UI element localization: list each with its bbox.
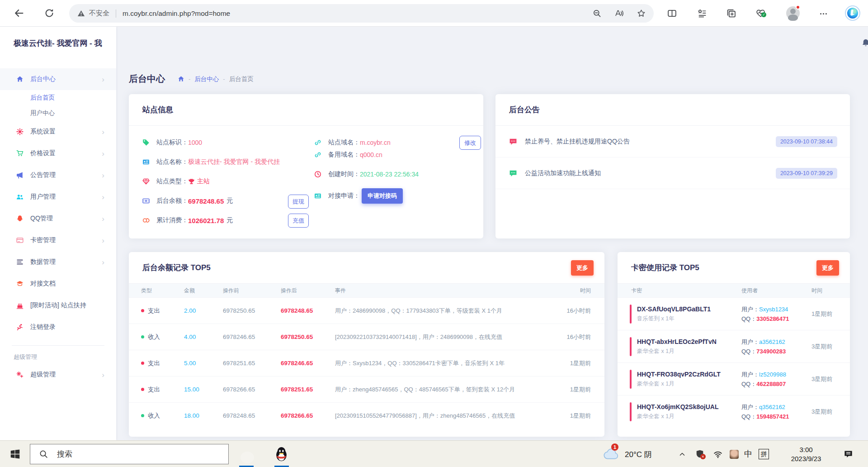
qq-taskbar-icon[interactable] xyxy=(274,446,289,464)
row-type: 收入 xyxy=(148,333,160,341)
announcement-row[interactable]: 公益活动加速功能上线通知 2023-09-10 07:39:29 xyxy=(495,157,850,189)
balance-table-row[interactable]: 支出 5.00 6978251.65 6978246.65 用户：Sxysb12… xyxy=(129,350,604,376)
balance-table-row[interactable]: 收入 18.00 6978248.65 6978266.65 [20230915… xyxy=(129,402,604,429)
sidebar-item-announcement-mgmt[interactable]: 公告管理 › xyxy=(0,164,116,186)
ime-mode-indicator[interactable]: 拼 xyxy=(759,449,769,459)
user-value: Sxysb1234 xyxy=(759,306,788,313)
sidebar-item-label: 对接文档 xyxy=(30,280,104,288)
row-accent-bar xyxy=(630,305,632,324)
breadcrumb-home-icon[interactable] xyxy=(178,76,184,82)
search-input[interactable] xyxy=(57,450,193,459)
tray-app-avatar-icon[interactable] xyxy=(730,450,739,459)
sidebar-item-label: 注销登录 xyxy=(30,323,104,331)
breadcrumb-separator: - xyxy=(189,76,190,82)
col-event: 事件 xyxy=(335,287,555,295)
cardkey-records-title: 卡密使用记录 TOP5 xyxy=(631,262,816,273)
clock-time: 3:00 xyxy=(778,445,834,454)
defender-shield-icon[interactable]: × xyxy=(695,449,704,458)
apply-api-code-button[interactable]: 申请对接码 xyxy=(362,188,403,204)
recharge-button[interactable]: 充值 xyxy=(288,214,309,228)
split-screen-icon[interactable] xyxy=(667,9,677,18)
sidebar-item-system-settings[interactable]: 系统设置 › xyxy=(0,121,116,143)
cardkey-row[interactable]: HHQT-abxHrLEOc2ePfTvN 豪华全套 x 1月 用户：a3562… xyxy=(618,330,850,362)
weather-text[interactable]: 20°C 阴 xyxy=(625,449,652,460)
row-before: 6978248.65 xyxy=(223,412,281,419)
withdraw-button[interactable]: 提现 xyxy=(288,195,309,209)
language-indicator[interactable]: 中 xyxy=(744,448,752,459)
cardkey-row[interactable]: HHQT-Xo6jmKQ2Sk8ojUAL 豪华全套 x 1月 用户：q3562… xyxy=(618,395,850,428)
collections-icon[interactable] xyxy=(726,9,736,18)
sidebar: 极速云代挂- 我爱官网 - 我 后台中心 › 后台首页 用户中心 系统设置 › … xyxy=(0,27,116,440)
breadcrumb-link[interactable]: 后台中心 xyxy=(194,75,219,83)
taskbar-clock[interactable]: 3:00 2023/9/23 xyxy=(778,445,834,463)
sidebar-section-label: 超级管理 xyxy=(0,348,116,364)
sidebar-item-label: 用户管理 xyxy=(30,193,102,201)
balance-table-row[interactable]: 收入 4.00 6978246.65 6978250.65 [202309221… xyxy=(129,324,604,350)
favorites-hub-icon[interactable] xyxy=(697,9,707,18)
browser-menu-icon[interactable] xyxy=(819,10,828,18)
bing-chat-icon[interactable] xyxy=(845,5,860,21)
cart-icon xyxy=(16,150,24,157)
refresh-icon[interactable] xyxy=(44,8,54,18)
cardkey-more-button[interactable]: 更多 xyxy=(816,260,839,276)
type-dot xyxy=(141,309,144,312)
cardkey-table-header: 卡密 使用者 时间 xyxy=(618,284,850,297)
balance-table-row[interactable]: 支出 15.00 6978266.65 6978251.65 用户：zheng4… xyxy=(129,376,604,402)
sidebar-item-docs[interactable]: 对接文档 xyxy=(0,273,116,295)
created-value: 2021-08-23 22:56:34 xyxy=(360,171,419,178)
defender-alert-badge: × xyxy=(700,454,706,459)
not-secure-warning-icon xyxy=(77,10,85,17)
sidebar-item-price-settings[interactable]: 价格设置 › xyxy=(0,143,116,164)
site-info-title: 站点信息 xyxy=(142,105,472,115)
wifi-icon[interactable] xyxy=(713,450,722,459)
coins-icon xyxy=(142,217,150,224)
sidebar-item-super-admin[interactable]: 超级管理 › xyxy=(0,364,116,386)
notifications-bell-icon[interactable] xyxy=(861,38,868,48)
qq-icon xyxy=(16,215,24,222)
link-icon xyxy=(314,151,321,158)
taskbar-search-box[interactable] xyxy=(30,444,229,464)
balance-table-header: 类型 金额 操作前 操作后 事件 时间 xyxy=(129,284,604,297)
url-text[interactable]: m.coybr.cn/admin.php?mod=home xyxy=(123,10,230,18)
zoom-out-icon[interactable] xyxy=(593,9,601,18)
domain-label: 站点域名： xyxy=(328,138,360,147)
sidebar-item-logout[interactable]: 注销登录 xyxy=(0,316,116,338)
sidebar-item-dashboard-home[interactable]: 后台首页 xyxy=(0,90,116,105)
row-time: 16小时前 xyxy=(555,333,604,341)
row-amount: 18.00 xyxy=(184,412,223,419)
action-center-icon[interactable] xyxy=(844,449,853,459)
qq-value: 734900283 xyxy=(756,348,786,355)
sidebar-item-dashboard[interactable]: 后台中心 › xyxy=(0,68,116,90)
created-label: 创建时间： xyxy=(328,170,360,178)
weather-widget[interactable]: 1 xyxy=(603,446,618,462)
read-aloud-icon[interactable] xyxy=(615,9,623,18)
tray-expand-icon[interactable] xyxy=(679,451,685,457)
sidebar-subitem-label: 用户中心 xyxy=(30,109,55,117)
row-amount: 4.00 xyxy=(184,334,223,340)
col-time: 时间 xyxy=(555,287,604,295)
modify-button[interactable]: 修改 xyxy=(459,136,481,150)
sidebar-item-user-center[interactable]: 用户中心 xyxy=(0,105,116,121)
balance-more-button[interactable]: 更多 xyxy=(571,260,594,276)
sidebar-item-label: 超级管理 xyxy=(30,371,102,379)
balance-value: 6978248.65 xyxy=(188,197,224,205)
sidebar-item-qq-mgmt[interactable]: QQ管理 › xyxy=(0,208,116,229)
sidebar-item-event-support[interactable]: [限时活动] 站点扶持 xyxy=(0,295,116,316)
start-button-icon[interactable] xyxy=(10,449,20,459)
site-logo[interactable]: 极速云代挂- 我爱官网 - 我 xyxy=(14,38,115,48)
balance-table-row[interactable]: 支出 2.00 6978250.65 6978248.65 用户：2486990… xyxy=(129,297,604,324)
favorite-star-icon[interactable] xyxy=(637,9,646,18)
announcement-row[interactable]: 禁止养号、禁止挂机违规用途QQ公告 2023-09-10 07:38:44 xyxy=(495,126,850,157)
sidebar-item-card-mgmt[interactable]: 卡密管理 › xyxy=(0,229,116,251)
cardkey-table-body: DX-SAfUoqVL8PGaBLT1 音乐签到 x 1年 用户：Sxysb12… xyxy=(618,297,850,428)
sidebar-item-user-mgmt[interactable]: 用户管理 › xyxy=(0,186,116,208)
sidebar-item-data-mgmt[interactable]: 数据管理 › xyxy=(0,251,116,273)
cardkey-time: 3星期前 xyxy=(811,343,850,351)
cap-icon xyxy=(16,280,24,287)
back-icon[interactable] xyxy=(14,8,24,19)
cardkey-row[interactable]: DX-SAfUoqVL8PGaBLT1 音乐签到 x 1年 用户：Sxysb12… xyxy=(618,297,850,330)
address-bar[interactable]: 不安全 m.coybr.cn/admin.php?mod=home xyxy=(69,4,654,23)
cardkey-row[interactable]: HHQT-FRO38qvP2CzRdGLT 豪华全套 x 1月 用户：lz520… xyxy=(618,362,850,395)
chevron-right-icon: › xyxy=(102,215,104,223)
security-label[interactable]: 不安全 xyxy=(89,9,109,18)
